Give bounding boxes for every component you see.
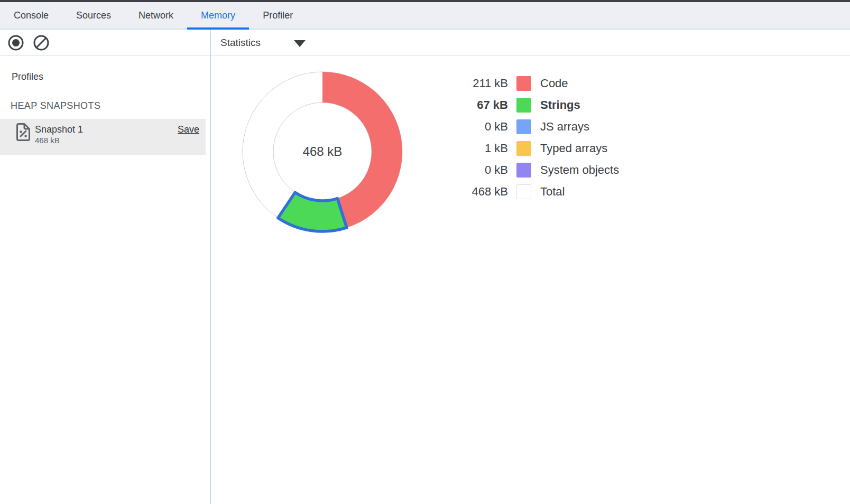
- legend-label: Strings: [540, 98, 580, 112]
- statistics-legend: 211 kBCode67 kBStrings0 kBJS arrays1 kBT…: [449, 72, 619, 202]
- profiles-header: Profiles: [12, 71, 43, 82]
- record-heap-snapshot-button[interactable]: [7, 34, 25, 52]
- memory-toolbar: Statistics: [0, 30, 850, 56]
- devtools-window: ConsoleSourcesNetworkMemoryProfiler Stat…: [0, 0, 850, 504]
- snapshot-name: Snapshot 1: [35, 124, 83, 135]
- legend-value: 1 kB: [449, 142, 508, 155]
- perspective-select-label: Statistics: [220, 37, 261, 49]
- save-snapshot-link[interactable]: Save: [178, 124, 199, 135]
- clear-icon: [32, 34, 50, 52]
- legend-value: 0 kB: [449, 163, 508, 177]
- legend-swatch-code: [516, 76, 531, 91]
- perspective-select[interactable]: Statistics: [220, 30, 261, 55]
- legend-swatch-js-arrays: [516, 119, 531, 134]
- legend-label: Code: [540, 77, 568, 90]
- legend-swatch-strings: [516, 98, 531, 113]
- tab-profiler[interactable]: Profiler: [249, 2, 307, 29]
- legend-swatch-total: [516, 184, 531, 199]
- legend-row-total: 468 kBTotal: [449, 181, 619, 202]
- profiles-sidebar: Profiles HEAP SNAPSHOTS Snapshot 1 468 k…: [0, 57, 210, 504]
- clear-profiles-button[interactable]: [32, 34, 50, 52]
- record-icon: [7, 34, 25, 52]
- legend-label: System objects: [540, 163, 619, 177]
- dropdown-caret-icon: [294, 40, 306, 47]
- legend-swatch-typed-arrays: [516, 141, 531, 156]
- donut-total-label: 468 kB: [285, 144, 359, 159]
- legend-label: Total: [540, 185, 565, 199]
- legend-row-js-arrays: 0 kBJS arrays: [449, 116, 619, 137]
- legend-row-code: 211 kBCode: [449, 72, 619, 94]
- legend-value: 468 kB: [449, 185, 508, 199]
- legend-value: 211 kB: [449, 77, 508, 90]
- tab-memory[interactable]: Memory: [187, 2, 249, 29]
- legend-label: Typed arrays: [540, 142, 607, 155]
- donut-segment-strings[interactable]: [278, 192, 347, 231]
- legend-row-system-objects: 0 kBSystem objects: [449, 159, 619, 181]
- legend-value: 67 kB: [449, 98, 508, 112]
- snapshot-list-item[interactable]: Snapshot 1 468 kB Save: [0, 119, 206, 155]
- heap-snapshots-section-header: HEAP SNAPSHOTS: [11, 100, 100, 111]
- legend-label: JS arrays: [540, 120, 589, 134]
- legend-value: 0 kB: [449, 120, 508, 134]
- tab-network[interactable]: Network: [125, 2, 187, 29]
- legend-swatch-system-objects: [516, 163, 531, 178]
- snapshot-size: 468 kB: [35, 136, 60, 145]
- legend-row-strings: 67 kBStrings: [449, 94, 619, 116]
- legend-row-typed-arrays: 1 kBTyped arrays: [449, 137, 619, 159]
- heap-snapshot-document-icon: [16, 123, 30, 143]
- tab-sources[interactable]: Sources: [62, 2, 125, 29]
- panel-tab-bar: ConsoleSourcesNetworkMemoryProfiler: [0, 2, 850, 30]
- statistics-view: 468 kB 211 kBCode67 kBStrings0 kBJS arra…: [211, 57, 850, 504]
- tab-console[interactable]: Console: [0, 2, 62, 29]
